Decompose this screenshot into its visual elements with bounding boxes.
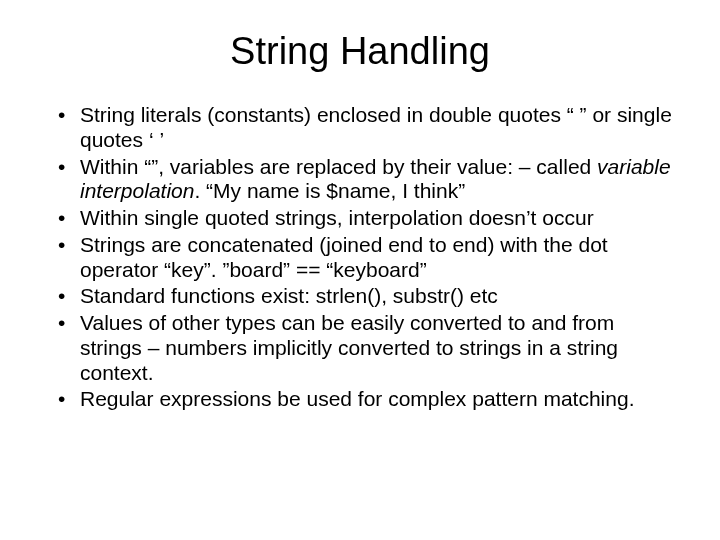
slide-title: String Handling	[30, 30, 690, 73]
list-item: String literals (constants) enclosed in …	[54, 103, 674, 153]
slide: String Handling String literals (constan…	[0, 0, 720, 540]
bullet-text: Values of other types can be easily conv…	[80, 311, 618, 384]
bullet-text-post: . “My name is $name, I think”	[194, 179, 465, 202]
list-item: Regular expressions be used for complex …	[54, 387, 674, 412]
bullet-text: Regular expressions be used for complex …	[80, 387, 634, 410]
list-item: Strings are concatenated (joined end to …	[54, 233, 674, 283]
bullet-list: String literals (constants) enclosed in …	[30, 103, 690, 412]
list-item: Within single quoted strings, interpolat…	[54, 206, 674, 231]
bullet-text-pre: Within “”, variables are replaced by the…	[80, 155, 597, 178]
bullet-text: Strings are concatenated (joined end to …	[80, 233, 608, 281]
bullet-text: String literals (constants) enclosed in …	[80, 103, 672, 151]
list-item: Within “”, variables are replaced by the…	[54, 155, 674, 205]
bullet-text: Standard functions exist: strlen(), subs…	[80, 284, 498, 307]
bullet-text: Within single quoted strings, interpolat…	[80, 206, 594, 229]
list-item: Values of other types can be easily conv…	[54, 311, 674, 385]
list-item: Standard functions exist: strlen(), subs…	[54, 284, 674, 309]
